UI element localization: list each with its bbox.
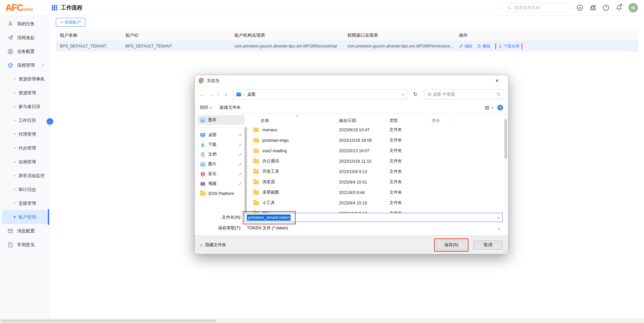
address-bar[interactable]: › 桌面 ∨: [233, 89, 407, 99]
sidebar-item-process-mgmt[interactable]: 流程管理 ∧: [0, 58, 49, 72]
sidebar-item-resource-mgmt[interactable]: 资源管理: [2, 86, 47, 100]
sidebar-item-work-calendar[interactable]: 工作日历: [2, 114, 47, 127]
place-eos-platform[interactable]: EOS Platform: [197, 189, 244, 198]
logo-main-text: AFC: [5, 3, 23, 13]
place-label: 图片: [208, 161, 217, 167]
file-name: 浏览器: [262, 179, 275, 185]
list-item[interactable]: 开发工具 2023/10/8 9:13 文件夹: [251, 166, 508, 177]
dialog-places-sidebar: 图库 桌面 下载 文档: [195, 114, 246, 210]
sidebar-item-audit-log[interactable]: 审计日志: [2, 183, 47, 196]
save-button[interactable]: 保存(S): [437, 240, 466, 250]
place-label: 下载: [208, 142, 217, 148]
filename-field-wrap: primeton_tenant.token ∨: [244, 213, 503, 222]
forward-button[interactable]: →: [208, 92, 215, 97]
savetype-select[interactable]: TOKEN 文件 (*.token) ∨: [244, 224, 503, 232]
list-item[interactable]: 录屏截图 2021/8/3 9:44 文件夹: [251, 187, 508, 198]
sidebar-subitem-label: 资源管理单机: [18, 76, 45, 82]
sidebar-item-instance-mgmt[interactable]: 实例管理: [2, 155, 47, 169]
dialog-help-icon[interactable]: ?: [497, 105, 503, 110]
scrollbar-thumb[interactable]: [1, 320, 216, 322]
sidebar-subitem-label: 租户管理: [18, 214, 36, 220]
scrollbar-thumb[interactable]: [504, 119, 507, 159]
user-avatar[interactable]: 租: [629, 3, 638, 12]
sidebar-item-common-opinions[interactable]: 常用意见: [0, 238, 49, 252]
sidebar-item-process-initiate[interactable]: 流程发起: [0, 31, 49, 44]
list-item[interactable]: 小工具 2023/9/4 10:18 文件夹: [251, 198, 508, 208]
pencil-icon: [459, 44, 463, 48]
place-videos[interactable]: 视频: [197, 179, 244, 189]
new-folder-button[interactable]: 新建文件夹: [220, 105, 241, 110]
envelope-icon: [7, 228, 13, 234]
sidebar-item-abnormal-activity-monitor[interactable]: 异常活动监控: [2, 169, 47, 183]
place-label: EOS Platform: [209, 191, 234, 196]
desktop-icon: [200, 132, 205, 138]
afcenter-logo[interactable]: AFC enter: [0, 3, 40, 13]
delete-link[interactable]: 删除: [477, 43, 491, 49]
help-icon[interactable]: ?: [602, 4, 609, 11]
sidebar-item-resource-mgmt-standalone[interactable]: 资源管理单机: [2, 72, 47, 86]
search-icon: [497, 92, 501, 96]
dialog-body: 图库 桌面 下载 文档: [195, 114, 508, 210]
sidebar-item-tenant-mgmt[interactable]: 租户管理: [2, 210, 47, 224]
resize-grip[interactable]: [503, 249, 507, 253]
sidebar-item-business-config[interactable]: 业务配置: [0, 44, 49, 58]
breadcrumb-location[interactable]: 桌面: [247, 92, 256, 97]
bookmark-plus-icon: [7, 242, 13, 248]
organize-label: 组织: [200, 105, 208, 110]
sidebar-item-handover-mgmt[interactable]: 交接管理: [2, 196, 47, 210]
file-list-scrollbar[interactable]: [504, 114, 507, 210]
address-dropdown-chevron[interactable]: ∨: [402, 93, 404, 96]
place-pictures[interactable]: 图片: [197, 159, 244, 169]
up-button[interactable]: ↑: [223, 92, 229, 97]
dialog-titlebar[interactable]: 另存为 ×: [195, 75, 508, 87]
sidebar-collapse-button[interactable]: ‹: [47, 118, 53, 125]
back-button[interactable]: ←: [199, 92, 205, 97]
sidebar-item-todo-mgmt[interactable]: 代办管理: [2, 141, 47, 155]
close-icon[interactable]: ×: [491, 75, 503, 87]
list-item[interactable]: 办公通讯 2023/10/16 11:10 文件夹: [251, 156, 508, 166]
col-name[interactable]: 名称: [251, 118, 337, 124]
notification-bell-icon[interactable]: [615, 4, 622, 11]
dialog-search-input[interactable]: 在 桌面 中搜索: [424, 89, 504, 99]
view-mode-button[interactable]: ▾: [485, 105, 493, 110]
list-item[interactable]: 浏览器 2023/9/4 10:01 文件夹: [251, 177, 508, 187]
place-music[interactable]: 音乐: [197, 169, 244, 179]
table-row[interactable]: BPS_DEFAULT_TENANT BPS_DEFAULT_TENANT co…: [56, 41, 638, 52]
grid-menu-icon[interactable]: [51, 5, 58, 11]
app-header: AFC enter 工作流程 搜索菜单名称 AI ?: [0, 0, 644, 16]
edit-link[interactable]: 编辑: [459, 43, 472, 49]
place-desktop[interactable]: 桌面: [197, 130, 244, 140]
dialog-command-bar: 组织 ▾ 新建文件夹 ▾ ?: [195, 102, 508, 114]
menu-search-input[interactable]: 搜索菜单名称: [503, 3, 570, 12]
place-gallery[interactable]: 图库: [197, 115, 244, 125]
list-item[interactable]: vue2-reading 2022/5/13 16:07 文件夹: [251, 146, 508, 156]
ai-assistant-icon[interactable]: AI: [576, 4, 583, 11]
hide-folders-button[interactable]: ∧ 隐藏文件夹: [200, 242, 226, 248]
page-horizontal-scrollbar[interactable]: [0, 319, 644, 323]
chevron-down-icon[interactable]: ∨: [497, 216, 500, 220]
col-size[interactable]: 大小: [429, 118, 455, 124]
cancel-button[interactable]: 取消: [473, 240, 503, 250]
sidebar-item-my-tasks[interactable]: 我的任务: [0, 17, 49, 31]
col-type[interactable]: 类型: [387, 118, 429, 124]
filename-input[interactable]: primeton_tenant.token ∨: [244, 213, 503, 222]
organize-menu[interactable]: 组织 ▾: [200, 105, 212, 110]
recent-locations-chevron[interactable]: ∨: [217, 93, 220, 96]
breadcrumb-separator: ›: [243, 92, 245, 97]
folder-icon: [253, 159, 259, 163]
list-item[interactable]: postman-imgs 2023/10/19 16:09 文件夹: [251, 135, 508, 146]
file-list-header: 名称 修改日期 类型 大小: [251, 117, 508, 125]
place-downloads[interactable]: 下载: [197, 140, 244, 150]
col-date-modified[interactable]: 修改日期: [337, 118, 387, 124]
download-token-link[interactable]: 下载令牌: [498, 43, 520, 49]
list-item[interactable]: monaco 2023/9/19 10:47 文件夹: [251, 125, 508, 135]
add-tenant-button[interactable]: + 添加租户: [56, 18, 85, 27]
sidebar-item-proxy-mgmt[interactable]: 代理管理: [2, 127, 47, 141]
sidebar-item-message-config[interactable]: 消息配置: [0, 224, 49, 238]
place-documents[interactable]: 文档: [197, 150, 244, 159]
sidebar-item-participant-calendar[interactable]: 参与者日历: [2, 100, 47, 114]
plugin-puzzle-icon[interactable]: [589, 4, 596, 11]
bullet-dot: [14, 175, 15, 176]
refresh-icon[interactable]: ↻: [411, 91, 420, 97]
place-label: 图库: [208, 117, 217, 123]
